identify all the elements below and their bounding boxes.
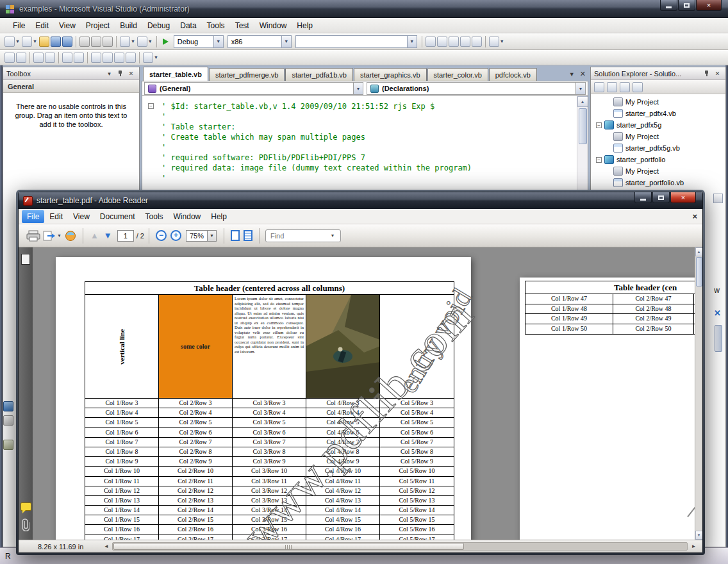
reader-close-button[interactable]: × bbox=[670, 192, 696, 203]
vs-close-button[interactable]: × bbox=[696, 0, 722, 11]
debug-configuration-combobox[interactable]: Debug▼ bbox=[174, 35, 224, 48]
start-page-icon[interactable] bbox=[472, 37, 482, 47]
menu-tools[interactable]: Tools bbox=[140, 210, 169, 223]
next-bookmark-icon[interactable] bbox=[114, 53, 124, 63]
tree-item-starter_portfolio.vb[interactable]: starter_portfolio.vb bbox=[591, 177, 725, 188]
cut-icon[interactable] bbox=[79, 37, 90, 47]
auto-hide-pin-icon[interactable] bbox=[115, 69, 125, 78]
menu-view[interactable]: View bbox=[68, 210, 95, 223]
tree-item-starter_portfolio[interactable]: −starter_portfolio bbox=[591, 154, 725, 165]
menu-build[interactable]: Build bbox=[115, 19, 142, 32]
email-icon[interactable] bbox=[43, 230, 56, 242]
menu-help[interactable]: Help bbox=[206, 210, 232, 223]
close-icon[interactable]: ✕ bbox=[713, 69, 722, 78]
chevron-down-icon[interactable]: ▼ bbox=[15, 39, 20, 44]
navigate-forward-icon[interactable] bbox=[16, 53, 26, 63]
page-down-icon[interactable]: ▼ bbox=[104, 231, 112, 240]
scroll-down-icon[interactable]: ▼ bbox=[695, 531, 703, 540]
open-file-icon[interactable] bbox=[39, 37, 49, 47]
tree-item-my-project[interactable]: My Project bbox=[591, 96, 725, 108]
scroll-left-icon[interactable]: ◄ bbox=[101, 543, 111, 549]
object-browser-icon[interactable] bbox=[449, 37, 459, 47]
comment-selection-icon[interactable] bbox=[33, 53, 44, 63]
tab-list-dropdown-icon[interactable]: ▼ bbox=[569, 71, 575, 78]
reader-minimize-button[interactable] bbox=[634, 192, 652, 203]
horizontal-scrollbar[interactable] bbox=[112, 542, 688, 551]
menu-file[interactable]: File bbox=[22, 210, 44, 223]
add-item-icon[interactable] bbox=[22, 37, 32, 47]
menu-help[interactable]: Help bbox=[292, 19, 318, 32]
menu-file[interactable]: File bbox=[8, 19, 30, 32]
window-position-icon[interactable]: ▾ bbox=[104, 69, 114, 78]
autohide-tab-icon[interactable] bbox=[3, 415, 13, 426]
tree-expander-icon[interactable]: − bbox=[596, 157, 602, 163]
save-icon[interactable] bbox=[51, 37, 61, 47]
scroll-up-icon[interactable]: ▲ bbox=[577, 96, 588, 107]
copy-icon[interactable] bbox=[91, 37, 101, 47]
toolbox-window-icon[interactable] bbox=[460, 37, 470, 47]
autohide-tab-icon[interactable] bbox=[3, 440, 13, 450]
vs-minimize-button[interactable] bbox=[660, 0, 677, 11]
tree-item-starter_pdfx4.vb[interactable]: starter_pdfx4.vb bbox=[591, 108, 725, 119]
paste-icon[interactable] bbox=[103, 37, 113, 47]
chevron-down-icon[interactable]: ▼ bbox=[154, 55, 158, 60]
menu-test[interactable]: Test bbox=[230, 19, 254, 32]
toolbox-group-general[interactable]: General bbox=[3, 80, 139, 93]
menu-data[interactable]: Data bbox=[175, 19, 201, 32]
menu-document[interactable]: Document bbox=[95, 210, 140, 223]
menu-debug[interactable]: Debug bbox=[142, 19, 175, 32]
show-all-files-icon[interactable] bbox=[607, 82, 617, 92]
save-all-icon[interactable] bbox=[62, 37, 72, 47]
previous-bookmark-icon[interactable] bbox=[103, 53, 113, 63]
comments-panel-icon[interactable] bbox=[21, 502, 31, 511]
menubar-close-icon[interactable]: × bbox=[692, 212, 697, 221]
scrollbar-thumb[interactable] bbox=[696, 257, 702, 286]
auto-hide-pin-icon[interactable] bbox=[702, 69, 711, 78]
close-icon[interactable]: ✕ bbox=[126, 69, 136, 78]
attachments-paperclip-icon[interactable] bbox=[22, 518, 29, 533]
clear-bookmarks-icon[interactable] bbox=[126, 53, 136, 63]
navigate-backward-icon[interactable] bbox=[4, 53, 15, 63]
vs-titlebar[interactable]: examples - Microsoft Visual Studio (Admi… bbox=[0, 0, 728, 18]
find-input[interactable] bbox=[270, 232, 328, 240]
page-up-icon[interactable]: ▲ bbox=[90, 231, 99, 240]
menu-window[interactable]: Window bbox=[254, 19, 292, 32]
find-combobox[interactable]: ▼ bbox=[295, 35, 417, 48]
menu-edit[interactable]: Edit bbox=[44, 210, 68, 223]
scroll-right-icon[interactable]: ► bbox=[689, 543, 699, 549]
new-project-icon[interactable] bbox=[4, 37, 15, 47]
zoom-in-icon[interactable]: + bbox=[170, 230, 181, 241]
view-class-diagram-icon[interactable] bbox=[633, 82, 643, 92]
vs-maximize-button[interactable] bbox=[678, 0, 695, 11]
page-number-input[interactable] bbox=[117, 230, 134, 242]
document-view[interactable]: Table header (centered across all column… bbox=[33, 247, 695, 540]
tree-item-my-project[interactable]: My Project bbox=[591, 131, 725, 142]
printer-icon[interactable] bbox=[26, 230, 40, 242]
properties-icon[interactable] bbox=[594, 82, 604, 92]
collaborate-icon[interactable] bbox=[64, 230, 77, 242]
scrolling-view-icon[interactable] bbox=[244, 230, 252, 241]
scroll-up-icon[interactable]: ▲ bbox=[695, 247, 703, 256]
chevron-down-icon[interactable]: ▼ bbox=[131, 39, 135, 44]
reader-titlebar[interactable]: starter_table.pdf - Adobe Reader × bbox=[19, 192, 702, 209]
solution-explorer-header[interactable]: Solution Explorer - Solutio... ✕ bbox=[591, 67, 725, 80]
menu-edit[interactable]: Edit bbox=[30, 19, 54, 32]
chevron-down-icon[interactable]: ▼ bbox=[57, 233, 62, 238]
events-combobox[interactable]: (Declarations) ▼ bbox=[367, 82, 586, 95]
menu-tools[interactable]: Tools bbox=[202, 19, 230, 32]
menu-window[interactable]: Window bbox=[169, 210, 206, 223]
tree-item-starter_pdfx5g.vb[interactable]: starter_pdfx5g.vb bbox=[591, 142, 725, 154]
start-debug-icon[interactable] bbox=[163, 38, 169, 45]
close-document-icon[interactable]: ✕ bbox=[580, 70, 586, 78]
tab-starter_pdfa1b.vb[interactable]: starter_pdfa1b.vb bbox=[285, 68, 353, 81]
code-collapse-icon[interactable]: − bbox=[148, 103, 154, 109]
aut_ohide-tab-icon[interactable] bbox=[3, 401, 13, 411]
tab-starter_color.vb[interactable]: starter_color.vb bbox=[427, 68, 488, 81]
scrollbar-button-fragment[interactable] bbox=[713, 194, 723, 203]
scrollbar-thumb[interactable] bbox=[113, 543, 463, 550]
tab-starter_table.vb[interactable]: starter_table.vb bbox=[143, 67, 208, 81]
zoom-level-combobox[interactable]: 75%▼ bbox=[186, 230, 217, 242]
tab-starter_pdfmerge.vb[interactable]: starter_pdfmerge.vb bbox=[209, 68, 285, 81]
single-page-view-icon[interactable] bbox=[231, 230, 240, 241]
pages-panel-icon[interactable] bbox=[21, 254, 30, 265]
